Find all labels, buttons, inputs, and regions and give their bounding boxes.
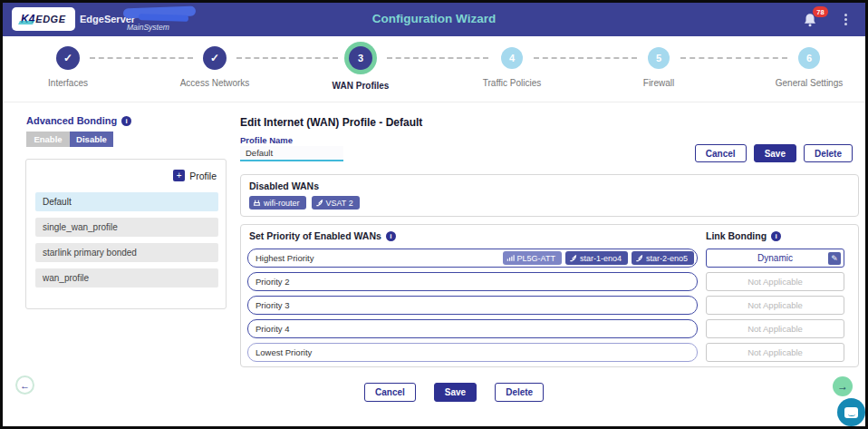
link-bonding-value: Not Applicable [747, 347, 803, 357]
profile-item-default[interactable]: Default [35, 192, 218, 211]
step-connector [236, 57, 338, 59]
profile-item-wan-profile[interactable]: wan_profile [35, 268, 218, 288]
step-label: Traffic Policies [483, 78, 541, 88]
wan-chip-vsat-2[interactable]: VSAT 2 [312, 196, 360, 210]
step-connector [387, 57, 488, 59]
profile-item-starlink[interactable]: starlink primary bonded [35, 243, 218, 262]
bottom-action-buttons: Cancel Save Delete [364, 383, 544, 402]
wan-chip-star-1-eno4[interactable]: star-1-eno4 [565, 251, 628, 265]
plus-icon: + [173, 170, 185, 181]
step-label: General Settings [776, 78, 844, 88]
step-connector [680, 57, 787, 59]
app-window: K4 EDGE EdgeServer MainSystem Configurat… [0, 0, 868, 429]
save-button[interactable]: Save [754, 144, 796, 162]
chip-label: VSAT 2 [326, 199, 353, 208]
wan-chip-wifi-router[interactable]: wifi-router [249, 196, 306, 210]
priority-row-label: Priority 4 [256, 324, 694, 334]
chip-label: star-2-eno5 [646, 254, 688, 263]
chip-label: wifi-router [264, 199, 300, 208]
link-bonding-text: Link Bonding [706, 230, 767, 241]
enable-toggle-button[interactable]: Enable [26, 132, 70, 147]
router-icon [253, 199, 261, 207]
satellite-icon [569, 254, 577, 262]
edit-pencil-icon[interactable]: ✎ [828, 252, 841, 265]
cancel-button-bottom[interactable]: Cancel [364, 383, 416, 402]
delete-button-bottom[interactable]: Delete [495, 383, 544, 402]
satellite-icon [635, 254, 643, 262]
disabled-wans-section: Disabled WANs wifi-router VSAT 2 [240, 174, 859, 217]
step-number: 5 [648, 47, 670, 69]
step-label: Firewall [643, 78, 674, 88]
link-bonding-dynamic-field[interactable]: Dynamic ✎ [706, 249, 844, 268]
profile-item-single-wan[interactable]: single_wan_profile [35, 218, 218, 237]
link-bonding-na-field: Not Applicable [706, 319, 844, 338]
notifications-button[interactable]: 78 [802, 11, 822, 31]
forward-arrow-button[interactable]: → [833, 376, 853, 396]
top-action-buttons: Cancel Save Delete [695, 144, 853, 162]
advanced-bonding-label: Advanced Bonding i [26, 115, 131, 126]
link-bonding-value: Not Applicable [747, 300, 803, 310]
link-bonding-title: Link Bonding i [706, 230, 781, 241]
wizard-stepper: ✓ Interfaces ✓ Access Networks 3 WAN Pro… [3, 36, 865, 102]
priority-row-label: Highest Priority [256, 253, 503, 263]
edit-profile-title: Edit Internet (WAN) Profile - Default [240, 116, 422, 129]
wan-chip-pl5g-att[interactable]: PL5G-ATT [503, 251, 562, 265]
priority-row-label: Lowest Priority [256, 347, 694, 357]
wan-chip-star-2-eno5[interactable]: star-2-eno5 [632, 251, 694, 265]
add-profile-label: Profile [189, 171, 217, 181]
page-title: Configuration Wizard [372, 12, 496, 25]
notification-count-badge: 78 [813, 6, 828, 17]
add-profile-button[interactable]: + Profile [173, 170, 217, 181]
advanced-bonding-toggle: Enable Disable [26, 132, 113, 147]
profile-name-input[interactable] [240, 146, 343, 161]
priority-row-4[interactable]: Priority 4 [247, 319, 698, 338]
link-bonding-na-field: Not Applicable [706, 296, 844, 315]
check-icon: ✓ [56, 46, 80, 70]
info-icon[interactable]: i [771, 231, 781, 241]
back-arrow-button[interactable]: ← [15, 375, 34, 395]
priority-title-text: Set Priority of Enabled WANs [249, 230, 381, 241]
cellular-icon [506, 254, 515, 262]
logo-k4-text: K4 [21, 13, 34, 25]
priority-row-2[interactable]: Priority 2 [247, 272, 698, 291]
info-icon[interactable]: i [121, 116, 131, 126]
priority-row-lowest[interactable]: Lowest Priority [247, 343, 698, 362]
priority-row-highest[interactable]: Highest Priority PL5G-ATT star-1-eno4 [247, 249, 698, 268]
step-label: WAN Profiles [333, 81, 390, 91]
step-label: Access Networks [180, 78, 250, 88]
link-bonding-value: Dynamic [757, 253, 793, 263]
kebab-menu-icon[interactable] [840, 10, 851, 28]
step-connector [534, 57, 637, 59]
step-label: Interfaces [48, 78, 88, 88]
check-icon: ✓ [203, 46, 227, 70]
step-number: 6 [798, 47, 820, 69]
disabled-wans-chips: wifi-router VSAT 2 [249, 196, 360, 210]
delete-button[interactable]: Delete [804, 144, 853, 162]
profile-list-panel: + Profile Default single_wan_profile sta… [25, 159, 227, 309]
save-button-bottom[interactable]: Save [434, 383, 477, 402]
step-connector [90, 57, 193, 59]
chip-label: PL5G-ATT [517, 254, 555, 263]
priority-row-label: Priority 2 [256, 277, 694, 287]
link-bonding-na-field: Not Applicable [706, 272, 844, 291]
chat-launcher-button[interactable] [837, 398, 865, 426]
info-icon[interactable]: i [386, 231, 396, 241]
advanced-bonding-text: Advanced Bonding [26, 115, 117, 126]
disable-toggle-button[interactable]: Disable [70, 132, 113, 147]
chat-icon [844, 407, 858, 418]
priority-section-title: Set Priority of Enabled WANs i [249, 230, 396, 241]
profile-name-label: Profile Name [240, 135, 293, 145]
step-number: 3 [349, 46, 372, 70]
link-bonding-na-field: Not Applicable [706, 343, 844, 362]
link-bonding-value: Not Applicable [747, 277, 803, 287]
enabled-wan-chips: PL5G-ATT star-1-eno4 star-2-eno5 [503, 251, 694, 265]
satellite-icon [315, 199, 323, 207]
priority-row-3[interactable]: Priority 3 [247, 296, 698, 315]
priority-section: Set Priority of Enabled WANs i Link Bond… [240, 224, 859, 367]
cancel-button[interactable]: Cancel [695, 144, 747, 162]
k4-edge-logo[interactable]: K4 EDGE [12, 7, 75, 31]
redacted-device-name-2 [139, 14, 188, 22]
header-bar: K4 EDGE EdgeServer MainSystem Configurat… [3, 3, 865, 36]
back-arrow-icon: ← [20, 380, 30, 391]
link-bonding-value: Not Applicable [747, 324, 803, 334]
